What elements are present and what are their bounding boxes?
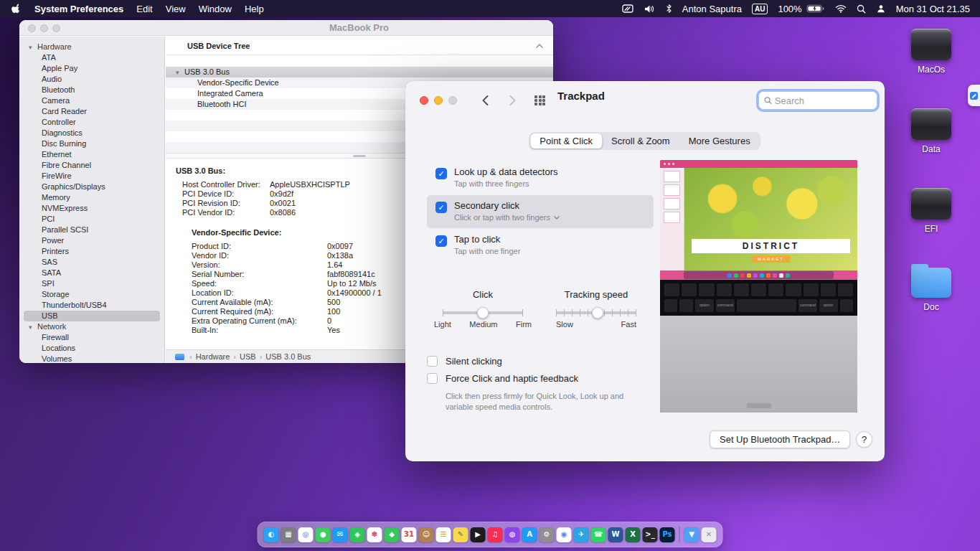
- dock-item[interactable]: ☎: [591, 527, 606, 542]
- sidebar-item[interactable]: Disc Burning: [24, 138, 160, 149]
- checkbox[interactable]: ✓: [435, 168, 447, 179]
- sidebar-item[interactable]: Controller: [24, 117, 160, 128]
- tracking-speed-slider-track[interactable]: [556, 311, 636, 314]
- show-all-preferences-icon[interactable]: [534, 95, 545, 105]
- tab[interactable]: More Gestures: [679, 133, 760, 149]
- volume-icon[interactable]: [644, 4, 656, 14]
- screen-capture-pip[interactable]: [968, 85, 980, 106]
- option-sublabel[interactable]: Tap with one finger: [454, 247, 646, 255]
- sidebar-item[interactable]: SATA: [24, 268, 160, 278]
- sidebar-item[interactable]: Parallel SCSI: [24, 225, 160, 235]
- menubar-menu-item[interactable]: View: [166, 4, 186, 14]
- user-menu[interactable]: Anton Saputra: [682, 4, 742, 14]
- sidebar-group-network[interactable]: ▾Network: [19, 321, 164, 332]
- zoom-button[interactable]: [448, 96, 457, 105]
- click-slider-knob[interactable]: [477, 307, 489, 319]
- option-sublabel[interactable]: Click or tap with two fingers: [454, 213, 646, 222]
- dock-item[interactable]: ◐: [264, 527, 279, 542]
- dock-item[interactable]: ◆: [385, 527, 400, 542]
- sidebar-item[interactable]: Card Reader: [24, 106, 160, 117]
- spotlight-search-icon[interactable]: [857, 4, 866, 14]
- mac-display-icon[interactable]: [175, 354, 184, 360]
- search-field[interactable]: [758, 91, 877, 110]
- menubar-menu-item[interactable]: Help: [245, 4, 264, 14]
- close-button[interactable]: [420, 96, 428, 105]
- dock-item[interactable]: ☺: [419, 527, 434, 542]
- checkbox[interactable]: ✓: [435, 235, 447, 247]
- disclosure-triangle-icon[interactable]: ▾: [176, 67, 184, 78]
- device-tree-header[interactable]: USB Device Tree: [166, 37, 553, 55]
- sidebar-item[interactable]: NVMExpress: [24, 203, 160, 214]
- dock-item[interactable]: [679, 527, 680, 542]
- forward-button[interactable]: [504, 93, 520, 108]
- dock-item[interactable]: ◉: [557, 527, 572, 542]
- sidebar-item[interactable]: Bluetooth: [24, 85, 160, 95]
- sidebar-item[interactable]: Firewall: [24, 332, 160, 343]
- sidebar-group-hardware[interactable]: ▾Hardware: [19, 42, 164, 52]
- breadcrumb-segment[interactable]: ›Hardware: [186, 352, 230, 361]
- collapse-chevron-icon[interactable]: [536, 44, 543, 48]
- display-mirroring-icon[interactable]: [622, 4, 633, 13]
- checkbox[interactable]: ✓: [435, 202, 447, 213]
- dock-item[interactable]: ⚙: [540, 527, 555, 542]
- dock-item[interactable]: 31: [402, 527, 417, 542]
- back-button[interactable]: [477, 93, 493, 108]
- dock-item[interactable]: ◍: [505, 527, 520, 542]
- dock-item[interactable]: ✕: [702, 527, 717, 542]
- chevron-down-icon[interactable]: [554, 216, 560, 220]
- sidebar-item[interactable]: PCI: [24, 214, 160, 225]
- close-button[interactable]: [28, 24, 36, 32]
- sidebar-item[interactable]: Printers: [24, 246, 160, 257]
- sidebar-item[interactable]: Locations: [24, 343, 160, 354]
- sidebar-item[interactable]: Camera: [24, 95, 160, 106]
- app-menu[interactable]: System Preferences: [34, 4, 123, 14]
- dock-item[interactable]: ▶: [471, 527, 486, 542]
- option-sublabel[interactable]: Tap with three fingers: [454, 179, 646, 188]
- dock-item[interactable]: X: [626, 527, 641, 542]
- minimize-button[interactable]: [40, 24, 48, 32]
- sidebar-item[interactable]: Diagnostics: [24, 128, 160, 138]
- setup-bluetooth-trackpad-button[interactable]: Set Up Bluetooth Trackpad…: [710, 430, 850, 448]
- sidebar-item[interactable]: SPI: [24, 278, 160, 289]
- menubar-clock[interactable]: Mon 31 Oct 21.35: [896, 4, 970, 14]
- dock-item[interactable]: ✎: [453, 527, 468, 542]
- splitter-grip[interactable]: [353, 155, 366, 157]
- apple-menu-icon[interactable]: [11, 3, 22, 14]
- sidebar-item[interactable]: Fibre Channel: [24, 160, 160, 171]
- dock-item[interactable]: ✽: [367, 527, 382, 542]
- dock-item[interactable]: ♫: [488, 527, 503, 542]
- sidebar-item[interactable]: ATA: [24, 52, 160, 63]
- minimize-button[interactable]: [434, 96, 443, 105]
- breadcrumb-segment[interactable]: ›USB 3.0 Bus: [256, 352, 311, 361]
- checkbox[interactable]: [427, 373, 438, 384]
- sidebar-item[interactable]: Power: [24, 235, 160, 246]
- bluetooth-icon[interactable]: [666, 4, 672, 14]
- sidebar-item[interactable]: Apple Pay: [24, 63, 160, 74]
- dock-item[interactable]: ●: [316, 527, 331, 542]
- fast-user-switching-icon[interactable]: [876, 4, 886, 14]
- dock-item[interactable]: W: [608, 527, 623, 542]
- dock-item[interactable]: >_: [643, 527, 658, 542]
- zoom-button[interactable]: [52, 24, 60, 32]
- checkbox[interactable]: [427, 356, 438, 367]
- desktop-icon[interactable]: Doc: [898, 268, 964, 312]
- sidebar-item[interactable]: Memory: [24, 192, 160, 203]
- dock-item[interactable]: Ps: [660, 527, 675, 542]
- menubar-menu-item[interactable]: Edit: [136, 4, 152, 14]
- breadcrumb-segment[interactable]: ›USB: [230, 352, 255, 361]
- tree-bus-row[interactable]: ▾USB 3.0 Bus: [166, 67, 553, 77]
- tab[interactable]: Scroll & Zoom: [602, 133, 679, 149]
- sidebar-item[interactable]: USB: [24, 311, 160, 321]
- help-button[interactable]: ?: [856, 431, 872, 448]
- menubar-menu-item[interactable]: Window: [199, 4, 232, 14]
- tab[interactable]: Point & Click: [530, 133, 602, 149]
- dock-item[interactable]: A: [522, 527, 537, 542]
- desktop-icon[interactable]: MacOs: [898, 29, 964, 75]
- sidebar-item[interactable]: Volumes: [24, 354, 160, 363]
- sidebar-item[interactable]: SAS: [24, 257, 160, 268]
- dock-item[interactable]: ◈: [350, 527, 365, 542]
- desktop-icon[interactable]: EFI: [898, 188, 964, 234]
- battery-icon[interactable]: [806, 4, 825, 13]
- dock-item[interactable]: ◎: [298, 527, 314, 542]
- click-slider-track[interactable]: [443, 311, 523, 314]
